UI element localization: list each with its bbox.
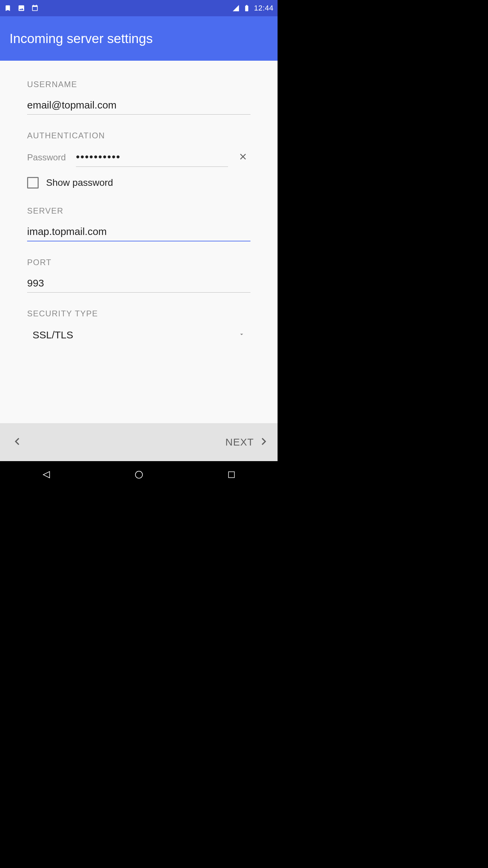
port-group: PORT	[27, 258, 250, 293]
bookmark-icon	[4, 4, 12, 12]
show-password-label: Show password	[46, 177, 113, 188]
chevron-left-icon	[13, 437, 22, 448]
security-label: SECURITY TYPE	[27, 309, 250, 318]
footer-bar: NEXT	[0, 423, 278, 461]
server-group: SERVER	[27, 206, 250, 241]
battery-icon	[243, 4, 250, 12]
picture-icon	[18, 4, 25, 12]
back-button[interactable]	[9, 434, 26, 450]
password-label: Password	[27, 152, 71, 163]
svg-rect-1	[228, 472, 234, 477]
checkbox-box-icon	[27, 177, 39, 189]
show-password-checkbox[interactable]: Show password	[27, 177, 250, 189]
password-input[interactable]	[76, 148, 228, 167]
chevron-right-icon	[259, 437, 268, 448]
app-bar: Incoming server settings	[0, 16, 278, 61]
security-select[interactable]: SSL/TLS	[27, 326, 250, 344]
android-nav-bar	[0, 461, 278, 488]
clear-password-button[interactable]	[236, 150, 250, 165]
password-row: Password	[27, 148, 250, 167]
signal-icon	[232, 4, 240, 12]
close-icon	[239, 152, 247, 162]
calendar-icon	[31, 4, 39, 12]
svg-point-0	[135, 471, 142, 478]
content-area: USERNAME AUTHENTICATION Password Show pa…	[0, 61, 278, 423]
port-label: PORT	[27, 258, 250, 267]
port-input[interactable]	[27, 275, 250, 293]
nav-recent-button[interactable]	[218, 466, 245, 483]
authentication-group: AUTHENTICATION Password Show password	[27, 131, 250, 189]
status-bar-left	[4, 4, 39, 12]
nav-back-button[interactable]	[33, 466, 60, 483]
nav-home-button[interactable]	[125, 466, 152, 483]
dropdown-arrow-icon	[238, 331, 245, 339]
server-label: SERVER	[27, 206, 250, 216]
password-input-wrap	[76, 148, 228, 167]
next-button[interactable]: NEXT	[225, 436, 268, 448]
status-time: 12:44	[254, 4, 273, 13]
status-bar-right: 12:44	[232, 4, 273, 13]
status-bar: 12:44	[0, 0, 278, 16]
next-label: NEXT	[225, 436, 254, 448]
username-group: USERNAME	[27, 80, 250, 115]
server-input[interactable]	[27, 223, 250, 241]
device-frame: 12:44 Incoming server settings USERNAME …	[0, 0, 278, 488]
authentication-label: AUTHENTICATION	[27, 131, 250, 140]
security-value: SSL/TLS	[33, 329, 73, 341]
page-title: Incoming server settings	[9, 31, 153, 46]
username-label: USERNAME	[27, 80, 250, 89]
username-input[interactable]	[27, 97, 250, 115]
security-group: SECURITY TYPE SSL/TLS	[27, 309, 250, 344]
